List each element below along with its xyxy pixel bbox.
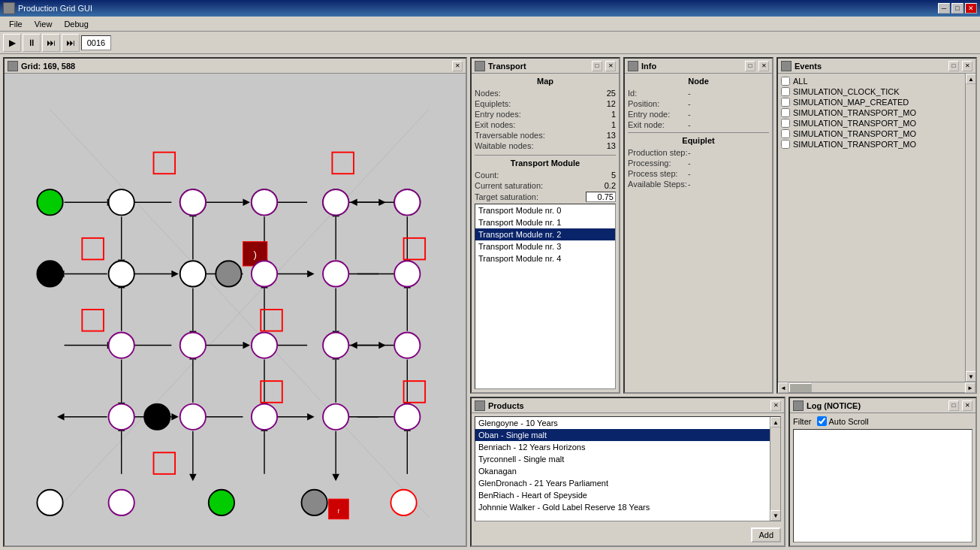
- events-scrollbar[interactable]: ▲ ▼: [965, 74, 975, 382]
- svg-point-127: [209, 490, 234, 515]
- event-clock-checkbox[interactable]: [781, 87, 790, 96]
- info-close-button[interactable]: ✕: [758, 61, 769, 71]
- add-button[interactable]: Add: [751, 527, 781, 542]
- processing-label: Processing:: [628, 159, 688, 168]
- product-3[interactable]: Tyrconnell - Single malt: [475, 453, 770, 465]
- event-transport-2: SIMULATION_TRANSPORT_MO: [781, 129, 962, 138]
- info-panel: Info □ ✕ Node Id: - Position: - Entry: [623, 57, 773, 394]
- minimize-button[interactable]: ─: [938, 3, 950, 14]
- processing-row: Processing: -: [628, 159, 769, 168]
- svg-point-136: [109, 490, 134, 515]
- events-close-button[interactable]: ✕: [962, 61, 972, 71]
- event-map-checkbox[interactable]: [781, 98, 790, 107]
- event-transport-2-checkbox[interactable]: [781, 129, 790, 138]
- event-transport-3-checkbox[interactable]: [781, 140, 790, 149]
- count-value: 5: [611, 171, 616, 180]
- module-item-1[interactable]: Transport Module nr. 1: [475, 216, 615, 228]
- log-panel-header: Log (NOTICE) □ ✕: [790, 398, 975, 413]
- menu-file[interactable]: File: [3, 18, 29, 30]
- products-scrollbar[interactable]: ▲ ▼: [770, 417, 780, 521]
- products-scroll-down[interactable]: ▼: [770, 510, 781, 521]
- event-map-label: SIMULATION_MAP_CREATED: [793, 98, 909, 107]
- hscroll-thumb[interactable]: [789, 383, 812, 392]
- auto-scroll-label: Auto Scroll: [817, 416, 868, 426]
- play-button[interactable]: ▶: [3, 34, 21, 52]
- product-0[interactable]: Glengoyne - 10 Years: [475, 417, 770, 429]
- scroll-track: [966, 84, 975, 371]
- event-map: SIMULATION_MAP_CREATED: [781, 98, 962, 107]
- module-item-3[interactable]: Transport Module nr. 3: [475, 240, 615, 252]
- log-close-button[interactable]: ✕: [962, 400, 972, 411]
- target-label: Target saturation:: [475, 192, 538, 201]
- nodes-row: Nodes: 25: [475, 89, 616, 98]
- filter-label: Filter: [793, 417, 811, 426]
- module-list[interactable]: Transport Module nr. 0 Transport Module …: [475, 204, 616, 389]
- module-item-4[interactable]: Transport Module nr. 4: [475, 252, 615, 264]
- app-title: Production Grid GUI: [18, 4, 938, 13]
- log-content: Filter Auto Scroll: [790, 413, 975, 545]
- hscroll-right-button[interactable]: ►: [965, 382, 975, 393]
- map-section-title: Map: [475, 77, 616, 86]
- hscroll-left-button[interactable]: ◄: [778, 382, 789, 393]
- module-item-0[interactable]: Transport Module nr. 0: [475, 204, 615, 216]
- product-5[interactable]: GlenDronach - 21 Years Parliament: [475, 477, 770, 489]
- module-item-2[interactable]: Transport Module nr. 2: [475, 228, 615, 240]
- events-title: Events: [795, 62, 945, 71]
- process-step-value: -: [688, 169, 691, 178]
- bottom-panels-row: Products ✕ Glengoyne - 10 Years Oban - S…: [470, 397, 977, 547]
- close-button[interactable]: ✕: [965, 3, 977, 14]
- grid-canvas[interactable]: ) r: [5, 74, 466, 545]
- svg-point-104: [109, 189, 134, 215]
- step-button[interactable]: ⏭: [42, 34, 60, 52]
- traversable-value: 13: [607, 131, 616, 140]
- products-title: Products: [488, 401, 767, 410]
- exit-nodes-row: Exit nodes: 1: [475, 120, 616, 129]
- svg-point-132: [180, 189, 206, 215]
- events-hscrollbar[interactable]: ◄ ►: [778, 382, 975, 392]
- log-area: [793, 429, 972, 542]
- svg-point-135: [394, 189, 420, 215]
- nodes-label: Nodes:: [475, 89, 501, 98]
- target-input[interactable]: [586, 192, 616, 202]
- products-close-button[interactable]: ✕: [770, 400, 781, 411]
- product-4[interactable]: Okanagan: [475, 465, 770, 477]
- transport-expand-button[interactable]: □: [592, 61, 602, 71]
- event-transport-0-checkbox[interactable]: [781, 108, 790, 117]
- position-row: Position: -: [628, 99, 769, 108]
- exit-node-row: Exit node: -: [628, 120, 769, 129]
- grid-close-button[interactable]: ✕: [452, 61, 463, 71]
- log-toolbar: Filter Auto Scroll: [793, 416, 972, 426]
- next-button[interactable]: ⏭: [62, 34, 80, 52]
- svg-point-124: [323, 404, 348, 430]
- product-6[interactable]: BenRiach - Heart of Speyside: [475, 489, 770, 501]
- menu-view[interactable]: View: [29, 18, 59, 30]
- product-7[interactable]: Johnnie Walker - Gold Label Reserve 18 Y…: [475, 501, 770, 513]
- events-expand-button[interactable]: □: [948, 61, 959, 71]
- maximize-button[interactable]: □: [951, 3, 963, 14]
- products-scroll-up[interactable]: ▲: [770, 417, 781, 428]
- nodes-value: 25: [607, 89, 616, 98]
- product-2[interactable]: Benriach - 12 Years Horizons: [475, 441, 770, 453]
- products-list[interactable]: Glengoyne - 10 Years Oban - Single malt …: [475, 416, 781, 521]
- events-panel: Events □ ✕ ALL SIMULATION_CLOCK_TICK: [776, 57, 977, 394]
- svg-point-111: [216, 261, 241, 286]
- info-expand-button[interactable]: □: [745, 61, 755, 71]
- info-icon: [628, 61, 638, 71]
- transport-content: Map Nodes: 25 Equiplets: 12 Entry nodes:…: [472, 74, 619, 392]
- svg-point-122: [180, 404, 206, 430]
- auto-scroll-checkbox[interactable]: [817, 416, 827, 426]
- separator1: [475, 155, 616, 156]
- toolbar: ▶ ⏸ ⏭ ⏭ 0016: [0, 32, 980, 54]
- event-transport-1-checkbox[interactable]: [781, 119, 790, 128]
- scroll-down-button[interactable]: ▼: [966, 371, 975, 382]
- product-1[interactable]: Oban - Single malt: [475, 429, 770, 441]
- log-expand-button[interactable]: □: [948, 400, 959, 411]
- svg-point-119: [394, 332, 420, 358]
- event-transport-3-label: SIMULATION_TRANSPORT_MO: [793, 140, 916, 149]
- processing-value: -: [688, 159, 691, 168]
- transport-close-button[interactable]: ✕: [605, 61, 616, 71]
- menu-debug[interactable]: Debug: [58, 18, 94, 30]
- scroll-up-button[interactable]: ▲: [966, 74, 975, 84]
- event-all-checkbox[interactable]: [781, 77, 790, 86]
- pause-button[interactable]: ⏸: [23, 34, 41, 52]
